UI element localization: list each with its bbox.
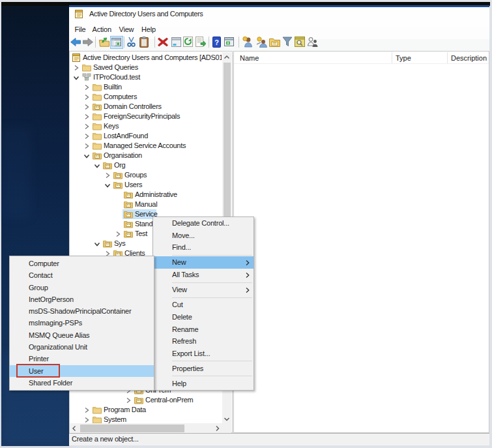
svg-text:?: ?: [214, 38, 219, 46]
